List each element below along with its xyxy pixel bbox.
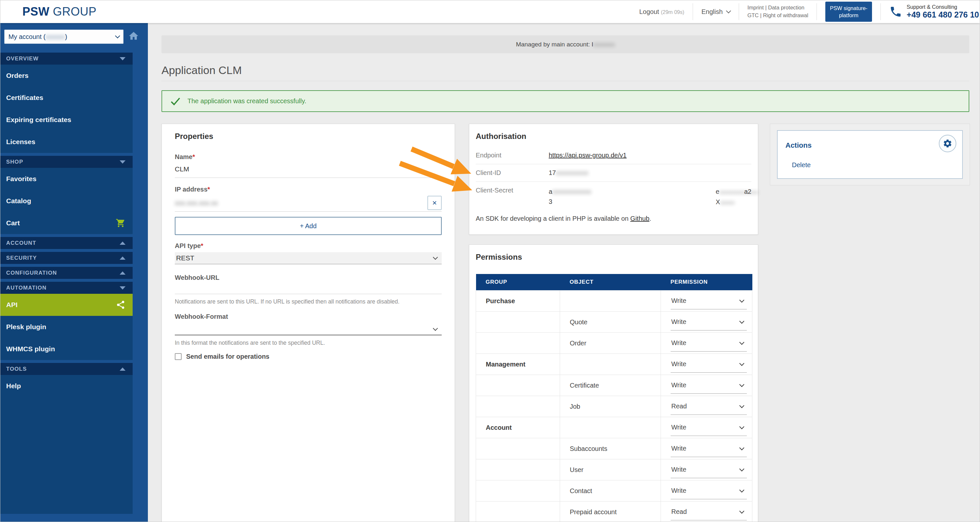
actions-title: Actions — [786, 141, 955, 150]
sidebar-section-configuration[interactable]: CONFIGURATION — [0, 267, 133, 279]
chevron-down-icon — [740, 340, 745, 345]
success-alert: The application was created successfully… — [162, 90, 969, 112]
sidebar-item-plesk-plugin[interactable]: Plesk plugin — [0, 316, 133, 338]
send-emails-checkbox[interactable] — [175, 353, 181, 360]
api-type-select[interactable]: REST — [175, 252, 442, 264]
logout-link[interactable]: Logout (29m 09s) — [639, 8, 684, 16]
table-row: JobRead — [476, 396, 752, 417]
table-row: Prepaid accountRead — [476, 501, 752, 522]
name-input[interactable]: CLM — [175, 165, 442, 178]
table-header-row: GROUP OBJECT PERMISSION — [476, 274, 752, 291]
sidebar-item-orders[interactable]: Orders — [0, 65, 133, 87]
permission-select[interactable]: Read — [671, 402, 747, 415]
table-row: SubaccountsWrite — [476, 438, 752, 459]
required-marker: * — [208, 186, 210, 193]
chevron-up-icon — [120, 241, 126, 245]
masked-account-id: xxxxxx — [45, 33, 65, 41]
sidebar-section-automation[interactable]: AUTOMATION — [0, 282, 133, 294]
permission-select[interactable]: Write — [671, 466, 747, 478]
sidebar: My account (xxxxxx) OVERVIEW Orders Cert… — [0, 23, 148, 522]
chevron-down-icon — [120, 286, 126, 290]
support-phone-number[interactable]: +49 661 480 276 10 — [907, 10, 979, 19]
permission-select[interactable]: Write — [671, 297, 747, 310]
permission-select[interactable]: Write — [671, 318, 747, 330]
webhook-url-input[interactable] — [175, 281, 442, 294]
chevron-down-icon — [120, 57, 126, 61]
permissions-panel: Permissions GROUP OBJECT PERMISSION — [469, 244, 758, 522]
chevron-down-icon — [740, 466, 745, 471]
gtc-withdrawal-links[interactable]: GTC | Right of withdrawal — [748, 12, 808, 19]
masked-account-name: xxxxxxx — [593, 41, 615, 48]
chevron-down-icon — [433, 326, 438, 331]
permission-select[interactable]: Read — [671, 508, 747, 520]
support-contact: Support & Consulting +49 661 480 276 10 — [889, 4, 980, 19]
permission-select[interactable]: Write — [671, 487, 747, 499]
sidebar-section-tools[interactable]: TOOLS — [0, 363, 133, 375]
sidebar-item-whmcs-plugin[interactable]: WHMCS plugin — [0, 338, 133, 360]
page: PSW GROUP Logout (29m 09s) English Impri… — [0, 0, 980, 522]
psw-group-logo[interactable]: PSW GROUP — [22, 5, 97, 19]
sidebar-item-help[interactable]: Help — [0, 375, 133, 397]
account-switcher-select[interactable]: My account (xxxxxx) — [4, 30, 124, 44]
github-link[interactable]: Github — [630, 215, 649, 222]
endpoint-link[interactable]: https://api.psw-group.de/v1 — [549, 152, 627, 159]
client-id-row: Client-ID 17xxxxxxxxxx — [476, 164, 751, 182]
api-type-label: API type* — [175, 242, 442, 250]
psw-signature-platform-button[interactable]: PSW signature- platform — [825, 2, 872, 22]
properties-title: Properties — [175, 132, 442, 141]
remove-ip-button[interactable]: × — [427, 196, 442, 210]
sidebar-item-catalog[interactable]: Catalog — [0, 190, 133, 212]
sidebar-item-licenses[interactable]: Licenses — [0, 131, 133, 153]
webhook-url-label: Webhook-URL — [175, 274, 442, 281]
webhook-url-help: Notifications are sent to this URL. If n… — [175, 299, 442, 305]
sdk-note: An SDK for developing a client in PHP is… — [476, 215, 751, 222]
permission-select[interactable]: Write — [671, 339, 747, 351]
endpoint-label: Endpoint — [476, 152, 549, 159]
chevron-down-icon — [433, 255, 438, 260]
main-content: Managed by main account: Ixxxxxxx Applic… — [148, 23, 980, 522]
table-row: CertificateWrite — [476, 375, 752, 396]
name-label: Name* — [175, 153, 442, 161]
properties-panel: Properties Name* CLM IP address* xxx.xxx… — [162, 124, 455, 522]
add-ip-button[interactable]: + Add — [175, 217, 442, 235]
webhook-format-select[interactable] — [175, 324, 442, 335]
chevron-down-icon — [740, 445, 745, 450]
delete-action[interactable]: Delete — [792, 161, 955, 169]
sidebar-section-security[interactable]: SECURITY — [0, 252, 133, 264]
table-row: UserWrite — [476, 459, 752, 480]
chevron-down-icon — [740, 318, 745, 324]
permission-select[interactable]: Write — [671, 424, 747, 436]
required-marker: * — [201, 242, 203, 249]
home-button[interactable] — [128, 30, 139, 43]
sidebar-section-shop[interactable]: SHOP — [0, 156, 133, 168]
client-id-label: Client-ID — [476, 169, 549, 177]
divider — [880, 3, 881, 20]
permission-select[interactable]: Write — [671, 360, 747, 373]
table-row: PurchaseWrite — [476, 291, 752, 312]
actions-settings-button[interactable] — [939, 135, 956, 152]
table-row: QuoteWrite — [476, 312, 752, 333]
send-emails-label: Send emails for operations — [186, 353, 269, 360]
success-message: The application was created successfully… — [188, 97, 306, 105]
chevron-down-icon — [740, 487, 745, 492]
sidebar-item-cart[interactable]: Cart — [0, 212, 133, 234]
required-marker: * — [192, 153, 195, 160]
home-icon — [128, 30, 139, 42]
chevron-down-icon — [740, 424, 745, 429]
imprint-data-protection-links[interactable]: Imprint | Data protection — [748, 4, 808, 12]
chevron-down-icon — [120, 160, 126, 164]
sidebar-section-overview[interactable]: OVERVIEW — [0, 53, 133, 65]
sidebar-item-expiring-certificates[interactable]: Expiring certificates — [0, 109, 133, 131]
permission-select[interactable]: Write — [671, 382, 747, 394]
permission-select[interactable]: Write — [671, 445, 747, 457]
cart-icon — [116, 218, 126, 228]
column-header-object: OBJECT — [560, 274, 661, 291]
sidebar-section-account[interactable]: ACCOUNT — [0, 237, 133, 249]
sidebar-item-favorites[interactable]: Favorites — [0, 168, 133, 190]
gear-icon — [943, 139, 953, 148]
language-dropdown[interactable]: English — [702, 8, 730, 16]
client-id-value: 17 — [549, 169, 556, 176]
sidebar-item-api[interactable]: API — [0, 294, 133, 316]
ip-address-input[interactable]: xxx.xxx.xxx.xx × — [175, 195, 442, 212]
sidebar-item-certificates[interactable]: Certificates — [0, 87, 133, 109]
